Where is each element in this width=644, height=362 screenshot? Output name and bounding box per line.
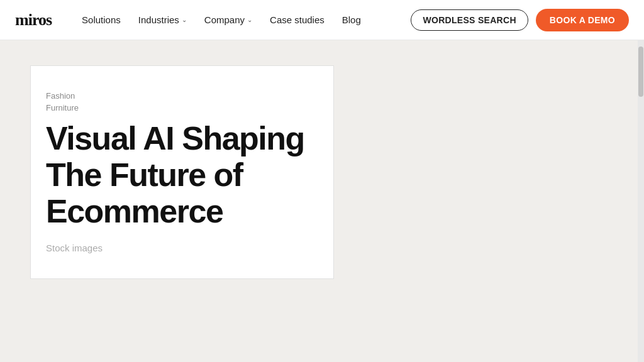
page-wrapper: Fashion Furniture Visual AI Shaping The … [0, 40, 644, 362]
eyebrow-line-furniture: Furniture [46, 103, 308, 112]
nav-item-solutions[interactable]: Solutions [74, 9, 128, 30]
wordless-search-button[interactable]: WORDLESS SEARCH [411, 9, 528, 31]
hero-eyebrow: Fashion Furniture [46, 91, 308, 112]
chevron-down-icon: ⌄ [182, 16, 187, 23]
nav-blog-label: Blog [342, 14, 361, 25]
scrollbar[interactable] [638, 40, 644, 362]
hero-title-line3: Ecommerce [46, 193, 223, 229]
hero-title: Visual AI Shaping The Future of Ecommerc… [46, 120, 308, 230]
navbar: miros Solutions Industries ⌄ Company ⌄ C… [0, 0, 644, 40]
hero-title-line2: The Future of [46, 156, 243, 193]
hero-section: Fashion Furniture Visual AI Shaping The … [30, 65, 334, 279]
stock-images-label: Stock images [46, 243, 308, 253]
nav-item-industries[interactable]: Industries ⌄ [131, 9, 194, 30]
chevron-down-icon: ⌄ [247, 16, 252, 23]
nav-solutions-label: Solutions [82, 14, 121, 25]
nav-item-company[interactable]: Company ⌄ [197, 9, 260, 30]
book-demo-button[interactable]: BOOK A DEMO [536, 9, 629, 31]
nav-company-label: Company [204, 14, 245, 25]
nav-industries-label: Industries [138, 14, 179, 25]
nav-item-case-studies[interactable]: Case studies [262, 9, 332, 30]
nav-links: Solutions Industries ⌄ Company ⌄ Case st… [74, 9, 411, 30]
hero-title-line1: Visual AI Shaping [46, 120, 304, 156]
scrollbar-thumb[interactable] [638, 47, 643, 97]
right-panel [334, 40, 638, 362]
nav-actions: WORDLESS SEARCH BOOK A DEMO [411, 9, 629, 31]
logo[interactable]: miros [15, 11, 52, 30]
nav-case-studies-label: Case studies [270, 14, 325, 25]
main-content: Fashion Furniture Visual AI Shaping The … [0, 40, 334, 362]
eyebrow-line-fashion: Fashion [46, 91, 308, 101]
nav-item-blog[interactable]: Blog [335, 9, 369, 30]
